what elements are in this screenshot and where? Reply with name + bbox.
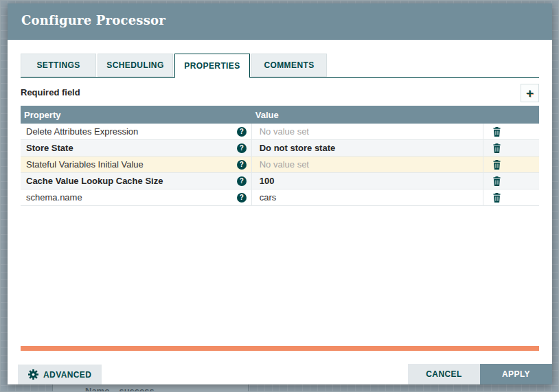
property-cell: Delete Attributes Expression ?	[21, 124, 252, 139]
advanced-button[interactable]: ADVANCED	[18, 365, 102, 384]
property-cell: schema.name ?	[21, 189, 252, 205]
tab-bar-underline	[21, 77, 539, 78]
help-icon[interactable]: ?	[237, 143, 247, 153]
table-row[interactable]: Stateful Variables Initial Value ? No va…	[21, 157, 539, 173]
property-value: No value set	[260, 159, 309, 170]
value-cell[interactable]: No value set	[252, 124, 483, 139]
dialog-title: Configure Processor	[21, 13, 166, 27]
property-value: 100	[260, 176, 275, 186]
table-row[interactable]: Store State ? Do not store state	[21, 140, 539, 157]
trash-icon	[492, 143, 501, 153]
value-cell[interactable]: 100	[252, 173, 483, 189]
trash-icon	[492, 193, 501, 203]
delete-property-button[interactable]	[492, 193, 501, 203]
value-cell[interactable]: cars	[252, 189, 483, 205]
advanced-button-label: ADVANCED	[43, 370, 91, 380]
column-header-value: Value	[252, 110, 483, 120]
gear-icon	[28, 369, 38, 380]
actions-cell	[483, 189, 539, 205]
cancel-button[interactable]: CANCEL	[408, 364, 480, 384]
connection-label: Namesuccess	[52, 384, 249, 392]
trash-icon	[492, 160, 501, 170]
dialog-header: Configure Processor	[8, 3, 552, 40]
required-field-label: Required field	[21, 87, 80, 97]
property-name: schema.name	[26, 192, 237, 203]
tab-bar: SETTINGS SCHEDULING PROPERTIES COMMENTS	[21, 54, 539, 78]
property-name: Stateful Variables Initial Value	[26, 159, 237, 170]
property-value: cars	[260, 192, 277, 203]
actions-cell	[483, 157, 539, 172]
horizontal-scrollbar[interactable]	[21, 346, 539, 351]
apply-button[interactable]: APPLY	[480, 364, 552, 384]
value-cell[interactable]: Do not store state	[252, 140, 483, 156]
table-header-row: Property Value	[21, 106, 539, 124]
property-name: Store State	[26, 143, 237, 153]
properties-table: Property Value Delete Attributes Express…	[21, 106, 539, 206]
actions-cell	[483, 124, 539, 139]
actions-cell	[483, 173, 539, 189]
property-cell: Cache Value Lookup Cache Size ?	[21, 173, 252, 189]
property-name: Cache Value Lookup Cache Size	[26, 176, 237, 186]
property-cell: Stateful Variables Initial Value ?	[21, 157, 252, 172]
property-name: Delete Attributes Expression	[26, 126, 237, 137]
trash-icon	[492, 176, 501, 186]
help-icon[interactable]: ?	[237, 176, 247, 186]
table-toolbar: Required field +	[21, 83, 539, 104]
value-cell[interactable]: No value set	[252, 157, 483, 172]
help-icon[interactable]: ?	[237, 160, 247, 170]
table-row[interactable]: Cache Value Lookup Cache Size ? 100	[21, 173, 539, 189]
trash-icon	[492, 127, 501, 137]
actions-cell	[483, 140, 539, 156]
help-icon[interactable]: ?	[237, 193, 247, 203]
table-row[interactable]: schema.name ? cars	[21, 189, 539, 206]
delete-property-button[interactable]	[492, 176, 501, 186]
column-header-property: Property	[21, 110, 252, 120]
table-row[interactable]: Delete Attributes Expression ? No value …	[21, 124, 539, 140]
tab-comments[interactable]: COMMENTS	[251, 54, 327, 77]
property-cell: Store State ?	[21, 140, 252, 156]
help-icon[interactable]: ?	[237, 127, 247, 137]
property-value: No value set	[260, 126, 309, 137]
plus-icon: +	[526, 86, 534, 100]
tab-properties[interactable]: PROPERTIES	[174, 54, 250, 78]
property-value: Do not store state	[260, 143, 336, 153]
tab-scheduling[interactable]: SCHEDULING	[98, 54, 173, 77]
delete-property-button[interactable]	[492, 127, 501, 137]
delete-property-button[interactable]	[492, 143, 501, 153]
connection-label-value: success	[119, 386, 154, 392]
table-body: Delete Attributes Expression ? No value …	[21, 124, 539, 206]
delete-property-button[interactable]	[492, 160, 501, 170]
add-property-button[interactable]: +	[521, 84, 539, 102]
configure-processor-dialog: Configure Processor SETTINGS SCHEDULING …	[8, 3, 552, 384]
tab-settings[interactable]: SETTINGS	[21, 54, 96, 77]
connection-label-name: Name	[85, 386, 109, 392]
